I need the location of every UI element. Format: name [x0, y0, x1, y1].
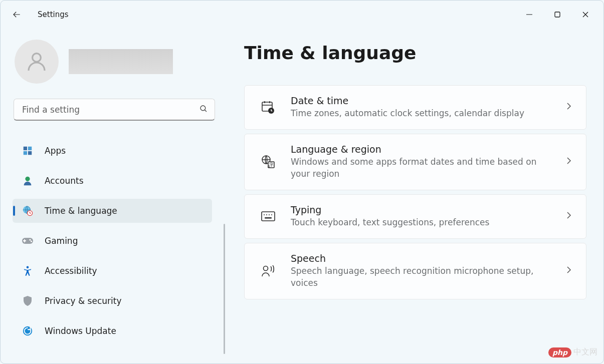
card-language-region[interactable]: 字A Language & region Windows and some ap… — [244, 134, 586, 190]
svg-rect-9 — [24, 151, 27, 155]
card-title: Typing — [291, 204, 550, 215]
svg-point-17 — [27, 266, 29, 268]
gaming-icon — [22, 235, 34, 247]
svg-rect-10 — [28, 151, 32, 155]
sidebar-item-label: Accounts — [45, 176, 84, 186]
speech-icon — [261, 263, 276, 278]
watermark: php 中文网 — [548, 347, 597, 357]
sidebar: Apps Accounts Time & language Gaming — [1, 29, 225, 363]
watermark-badge: php — [548, 347, 571, 357]
chevron-right-icon — [565, 266, 573, 276]
sidebar-item-windows-update[interactable]: Windows Update — [13, 319, 212, 343]
minimize-button[interactable] — [515, 5, 543, 25]
window-controls — [515, 5, 599, 25]
typing-icon — [261, 209, 276, 224]
svg-line-6 — [205, 110, 207, 112]
back-button[interactable] — [7, 5, 27, 25]
sidebar-item-privacy-security[interactable]: Privacy & security — [13, 289, 212, 313]
sidebar-item-label: Windows Update — [45, 326, 116, 336]
sidebar-item-accessibility[interactable]: Accessibility — [13, 259, 212, 283]
svg-rect-7 — [24, 147, 27, 150]
accessibility-icon — [22, 265, 34, 277]
svg-rect-8 — [28, 147, 32, 150]
sidebar-item-label: Accessibility — [45, 266, 97, 276]
main-content: Time & language Date & time Time zones, … — [225, 29, 603, 363]
svg-point-28 — [269, 214, 270, 215]
svg-point-11 — [25, 177, 30, 181]
svg-text:A: A — [268, 165, 270, 169]
card-text: Date & time Time zones, automatic clock … — [291, 95, 550, 120]
update-icon — [22, 325, 34, 337]
card-speech[interactable]: Speech Speech language, speech recogniti… — [244, 243, 586, 299]
search-icon[interactable] — [199, 104, 208, 115]
sidebar-item-label: Time & language — [45, 206, 117, 216]
nav: Apps Accounts Time & language Gaming — [13, 139, 215, 343]
card-desc: Touch keyboard, text suggestions, prefer… — [291, 216, 550, 229]
card-desc: Speech language, speech recognition micr… — [291, 265, 550, 289]
titlebar: Settings — [1, 1, 603, 29]
page-title: Time & language — [244, 43, 586, 63]
card-title: Date & time — [291, 95, 550, 106]
maximize-button[interactable] — [543, 5, 571, 25]
svg-rect-25 — [262, 212, 275, 221]
svg-point-4 — [33, 54, 41, 62]
chevron-right-icon — [565, 102, 573, 112]
sidebar-item-accounts[interactable]: Accounts — [13, 169, 212, 193]
search-input[interactable] — [14, 99, 215, 121]
card-date-time[interactable]: Date & time Time zones, automatic clock … — [244, 85, 586, 130]
svg-rect-1 — [555, 12, 560, 17]
app-title: Settings — [38, 10, 69, 19]
svg-point-31 — [264, 266, 268, 271]
search-container — [14, 99, 215, 121]
accounts-icon — [22, 175, 34, 187]
sidebar-item-label: Privacy & security — [45, 296, 122, 306]
date-time-icon — [261, 100, 276, 115]
sidebar-item-apps[interactable]: Apps — [13, 139, 212, 163]
card-text: Typing Touch keyboard, text suggestions,… — [291, 204, 550, 229]
time-language-icon — [22, 205, 34, 217]
sidebar-item-label: Apps — [45, 146, 66, 156]
language-region-icon: 字A — [261, 154, 276, 169]
svg-point-26 — [264, 214, 265, 215]
sidebar-item-gaming[interactable]: Gaming — [13, 229, 212, 253]
card-desc: Time zones, automatic clock settings, ca… — [291, 107, 550, 120]
svg-point-29 — [271, 214, 272, 215]
chevron-right-icon — [565, 157, 573, 167]
profile-section — [15, 40, 215, 84]
watermark-text: 中文网 — [573, 347, 597, 357]
sidebar-item-label: Gaming — [45, 236, 78, 246]
card-text: Speech Speech language, speech recogniti… — [291, 253, 550, 289]
card-title: Language & region — [291, 144, 550, 155]
user-name-redacted — [69, 49, 173, 74]
card-title: Speech — [291, 253, 550, 264]
apps-icon — [22, 145, 34, 157]
privacy-icon — [22, 295, 34, 307]
svg-point-15 — [29, 239, 31, 240]
avatar[interactable] — [15, 40, 59, 84]
card-typing[interactable]: Typing Touch keyboard, text suggestions,… — [244, 194, 586, 239]
svg-point-27 — [266, 214, 267, 215]
close-button[interactable] — [571, 5, 599, 25]
svg-rect-30 — [265, 217, 272, 219]
chevron-right-icon — [565, 211, 573, 221]
sidebar-item-time-language[interactable]: Time & language — [13, 199, 212, 223]
svg-point-16 — [31, 240, 32, 242]
svg-point-5 — [200, 106, 206, 111]
card-desc: Windows and some apps format dates and t… — [291, 156, 550, 180]
card-text: Language & region Windows and some apps … — [291, 144, 550, 180]
